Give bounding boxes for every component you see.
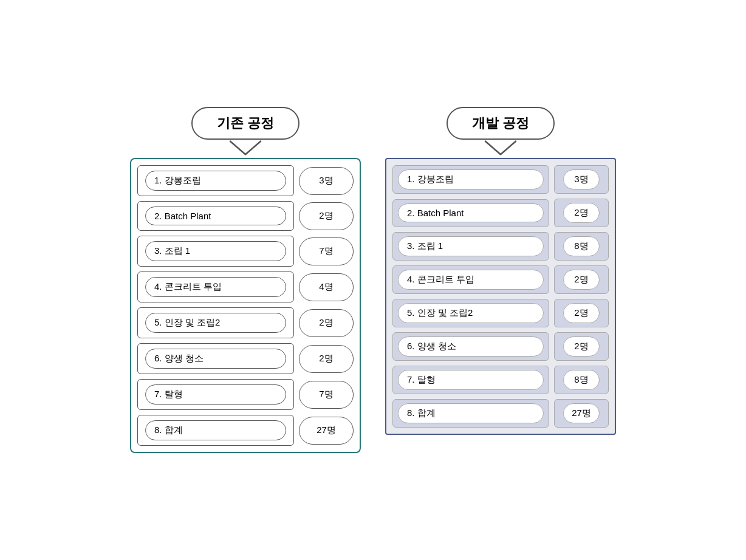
table-row: 8. 합계 27명: [392, 399, 609, 428]
table-row: 1. 강봉조립 3명: [137, 165, 354, 196]
right-count-text-0: 3명: [563, 169, 600, 190]
table-row: 2. Batch Plant 2명: [392, 199, 609, 227]
right-label-cell-1: 2. Batch Plant: [392, 199, 549, 227]
table-row: 4. 콘크리트 투입 4명: [137, 271, 354, 302]
left-label-cell-3: 4. 콘크리트 투입: [137, 271, 294, 302]
right-count-cell-2: 8명: [554, 232, 609, 261]
right-label-text-1: 2. Batch Plant: [398, 203, 544, 222]
right-count-cell-7: 27명: [554, 399, 609, 428]
left-count-cell-7: 27명: [299, 417, 354, 445]
right-label-cell-6: 7. 탈형: [392, 366, 549, 394]
left-label-cell-2: 3. 조립 1: [137, 236, 294, 267]
left-label-cell-7: 8. 합계: [137, 415, 294, 446]
right-label-cell-0: 1. 강봉조립: [392, 165, 549, 194]
right-label-cell-7: 8. 합계: [392, 399, 549, 428]
right-title-wrapper: 개발 공정: [447, 107, 555, 158]
left-label-cell-4: 5. 인장 및 조립2: [137, 307, 294, 338]
left-label-text-1: 2. Batch Plant: [145, 207, 286, 225]
left-label-text-0: 1. 강봉조립: [145, 171, 286, 191]
left-count-cell-4: 2명: [299, 309, 354, 337]
table-row: 4. 콘크리트 투입 2명: [392, 265, 609, 294]
right-count-text-3: 2명: [563, 270, 600, 290]
right-count-text-7: 27명: [563, 403, 600, 423]
left-chevron-icon: [227, 140, 264, 158]
table-row: 6. 양생 청소 2명: [137, 343, 354, 374]
left-count-cell-2: 7명: [299, 237, 354, 265]
table-row: 5. 인장 및 조립2 2명: [392, 299, 609, 327]
left-count-cell-0: 3명: [299, 167, 354, 195]
left-count-cell-3: 4명: [299, 273, 354, 301]
left-label-text-6: 7. 탈형: [145, 384, 286, 405]
left-label-text-3: 4. 콘크리트 투입: [145, 277, 286, 297]
right-section: 개발 공정 1. 강봉조립 3명 2. Batch Plant 2명: [385, 107, 616, 435]
table-row: 6. 양생 청소 2명: [392, 332, 609, 361]
right-count-text-4: 2명: [563, 303, 600, 323]
left-count-cell-5: 2명: [299, 345, 354, 373]
right-count-text-6: 8명: [563, 370, 600, 390]
left-label-text-4: 5. 인장 및 조립2: [145, 313, 286, 333]
left-count-cell-6: 7명: [299, 381, 354, 409]
right-label-cell-5: 6. 양생 청소: [392, 332, 549, 361]
right-count-cell-6: 8명: [554, 366, 609, 394]
left-title: 기존 공정: [191, 107, 299, 140]
left-title-wrapper: 기존 공정: [191, 107, 299, 158]
table-row: 2. Batch Plant 2명: [137, 201, 354, 231]
right-label-text-0: 1. 강봉조립: [398, 169, 544, 190]
table-row: 7. 탈형 7명: [137, 379, 354, 410]
left-count-cell-1: 2명: [299, 202, 354, 230]
right-count-cell-5: 2명: [554, 332, 609, 361]
left-label-text-7: 8. 합계: [145, 420, 286, 440]
right-count-cell-1: 2명: [554, 199, 609, 227]
right-count-cell-3: 2명: [554, 265, 609, 294]
right-label-text-5: 6. 양생 청소: [398, 336, 544, 357]
right-label-text-2: 3. 조립 1: [398, 236, 544, 256]
left-label-text-2: 3. 조립 1: [145, 241, 286, 261]
right-count-text-1: 2명: [563, 203, 600, 223]
right-label-text-6: 7. 탈형: [398, 370, 544, 390]
left-label-cell-5: 6. 양생 청소: [137, 343, 294, 374]
right-label-text-3: 4. 콘크리트 투입: [398, 270, 544, 290]
left-label-cell-0: 1. 강봉조립: [137, 165, 294, 196]
right-label-text-7: 8. 합계: [398, 403, 544, 423]
table-row: 3. 조립 1 7명: [137, 236, 354, 267]
left-main-box: 1. 강봉조립 3명 2. Batch Plant 2명 3. 조립 1 7명 …: [130, 158, 361, 453]
right-label-cell-2: 3. 조립 1: [392, 232, 549, 261]
left-label-cell-6: 7. 탈형: [137, 379, 294, 410]
right-count-text-2: 8명: [563, 236, 600, 256]
right-label-text-4: 5. 인장 및 조립2: [398, 303, 544, 323]
left-label-cell-1: 2. Batch Plant: [137, 201, 294, 231]
left-label-text-5: 6. 양생 청소: [145, 349, 286, 369]
right-label-cell-3: 4. 콘크리트 투입: [392, 265, 549, 294]
right-count-text-5: 2명: [563, 336, 600, 357]
right-main-box: 1. 강봉조립 3명 2. Batch Plant 2명 3. 조립 1 8명 …: [385, 158, 616, 435]
right-title: 개발 공정: [447, 107, 555, 140]
table-row: 7. 탈형 8명: [392, 366, 609, 394]
right-count-cell-4: 2명: [554, 299, 609, 327]
page-container: 기존 공정 1. 강봉조립 3명 2. Batch Plant 2명 3. 조립…: [12, 107, 734, 453]
left-section: 기존 공정 1. 강봉조립 3명 2. Batch Plant 2명 3. 조립…: [130, 107, 361, 453]
right-chevron-icon: [482, 140, 519, 158]
table-row: 8. 합계 27명: [137, 415, 354, 446]
table-row: 1. 강봉조립 3명: [392, 165, 609, 194]
table-row: 5. 인장 및 조립2 2명: [137, 307, 354, 338]
right-label-cell-4: 5. 인장 및 조립2: [392, 299, 549, 327]
right-count-cell-0: 3명: [554, 165, 609, 194]
table-row: 3. 조립 1 8명: [392, 232, 609, 261]
